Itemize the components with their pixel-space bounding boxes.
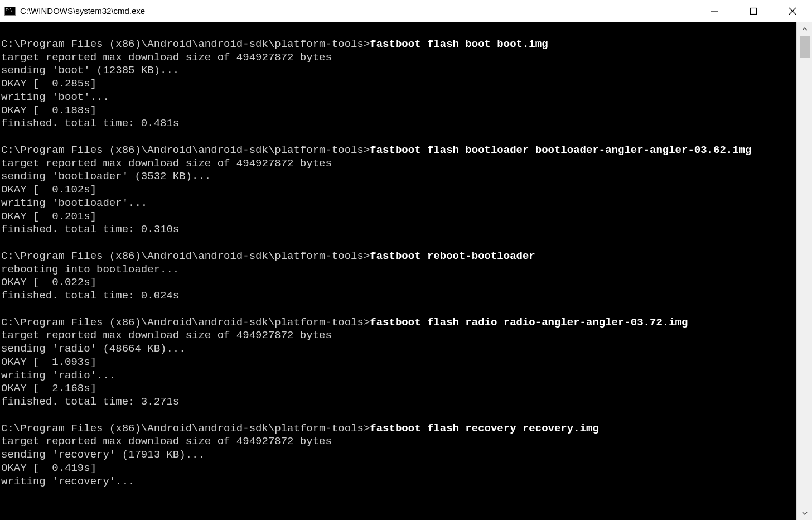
output-line: OKAY [ 1.093s] bbox=[1, 356, 96, 368]
command-text: fastboot flash bootloader bootloader-ang… bbox=[370, 144, 751, 156]
minimize-icon bbox=[710, 7, 718, 15]
minimize-button[interactable] bbox=[695, 0, 734, 22]
output-line: sending 'radio' (48664 KB)... bbox=[1, 343, 186, 355]
output-line: sending 'bootloader' (3532 KB)... bbox=[1, 170, 211, 182]
command-prompt: C:\Program Files (x86)\Android\android-s… bbox=[1, 422, 370, 435]
maximize-icon bbox=[750, 7, 757, 15]
command-prompt: C:\Program Files (x86)\Android\android-s… bbox=[1, 144, 370, 156]
scroll-up-button[interactable] bbox=[797, 22, 812, 36]
scrollbar-thumb[interactable] bbox=[800, 36, 810, 58]
output-line: finished. total time: 0.481s bbox=[1, 117, 179, 129]
output-line: target reported max download size of 494… bbox=[1, 435, 332, 447]
command-text: fastboot flash boot boot.img bbox=[370, 38, 548, 50]
svg-rect-1 bbox=[751, 8, 757, 14]
chevron-down-icon bbox=[802, 511, 808, 516]
cmd-icon bbox=[4, 7, 16, 16]
chevron-up-icon bbox=[802, 26, 808, 32]
output-line: writing 'recovery'... bbox=[1, 475, 134, 488]
terminal-container: C:\Program Files (x86)\Android\android-s… bbox=[0, 22, 812, 520]
command-prompt: C:\Program Files (x86)\Android\android-s… bbox=[1, 316, 370, 329]
command-prompt: C:\Program Files (x86)\Android\android-s… bbox=[1, 250, 370, 262]
output-line: OKAY [ 0.419s] bbox=[1, 462, 96, 474]
output-line: OKAY [ 0.022s] bbox=[1, 276, 96, 288]
output-line: writing 'bootloader'... bbox=[1, 197, 147, 209]
window-titlebar[interactable]: C:\WINDOWS\system32\cmd.exe bbox=[0, 0, 812, 22]
command-prompt: C:\Program Files (x86)\Android\android-s… bbox=[1, 38, 370, 50]
window-controls bbox=[695, 0, 812, 22]
output-line: target reported max download size of 494… bbox=[1, 329, 332, 341]
output-line: rebooting into bootloader... bbox=[1, 263, 179, 276]
command-text: fastboot flash radio radio-angler-angler… bbox=[370, 316, 688, 329]
output-line: OKAY [ 0.188s] bbox=[1, 104, 96, 117]
scroll-down-button[interactable] bbox=[797, 507, 812, 520]
output-line: finished. total time: 0.024s bbox=[1, 290, 179, 302]
output-line: OKAY [ 2.168s] bbox=[1, 382, 96, 394]
output-line: sending 'boot' (12385 KB)... bbox=[1, 64, 179, 76]
output-line: target reported max download size of 494… bbox=[1, 157, 332, 170]
close-icon bbox=[789, 7, 796, 15]
output-line: target reported max download size of 494… bbox=[1, 51, 332, 64]
output-line: finished. total time: 0.310s bbox=[1, 223, 179, 235]
command-text: fastboot reboot-bootloader bbox=[370, 250, 535, 262]
output-line: OKAY [ 0.285s] bbox=[1, 78, 96, 90]
maximize-button[interactable] bbox=[734, 0, 773, 22]
terminal-output[interactable]: C:\Program Files (x86)\Android\android-s… bbox=[0, 22, 796, 520]
output-line: writing 'radio'... bbox=[1, 369, 115, 382]
output-line: OKAY [ 0.102s] bbox=[1, 184, 96, 196]
output-line: finished. total time: 3.271s bbox=[1, 396, 179, 408]
output-line: writing 'boot'... bbox=[1, 91, 109, 103]
output-line: OKAY [ 0.201s] bbox=[1, 210, 96, 223]
command-text: fastboot flash recovery recovery.img bbox=[370, 422, 598, 435]
output-line: sending 'recovery' (17913 KB)... bbox=[1, 449, 205, 461]
close-button[interactable] bbox=[773, 0, 812, 22]
window-title: C:\WINDOWS\system32\cmd.exe bbox=[20, 6, 145, 16]
vertical-scrollbar[interactable] bbox=[796, 22, 812, 520]
